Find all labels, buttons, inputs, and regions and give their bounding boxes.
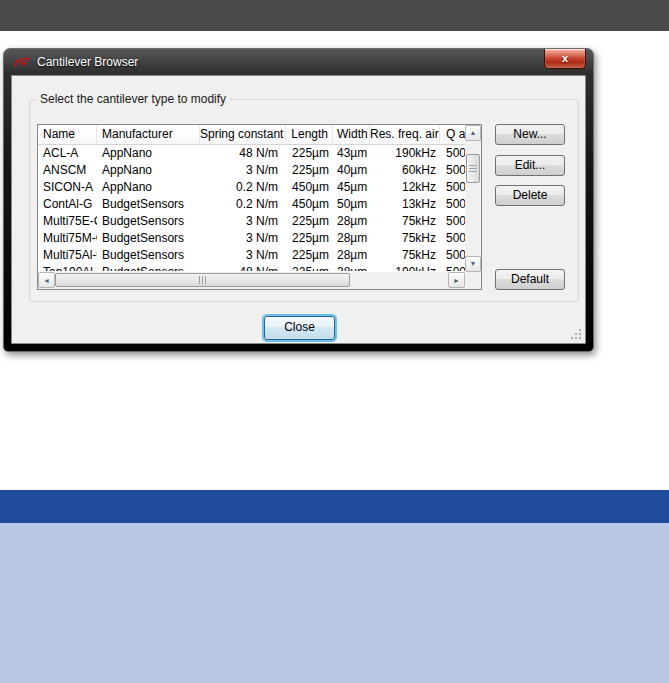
cell-q-air: 500 — [440, 247, 465, 264]
cell-length: 450µm — [286, 179, 333, 196]
cell-width: 45µm — [333, 179, 370, 196]
cell-manufacturer: AppNano — [97, 162, 200, 179]
cell-name: ANSCM — [38, 162, 97, 179]
horizontal-scrollbar[interactable]: ◄ ► — [38, 272, 465, 289]
column-header-name[interactable]: Name — [38, 125, 97, 145]
cell-q-air: 500 — [440, 196, 465, 213]
scroll-right-icon[interactable]: ► — [448, 272, 465, 288]
table-row[interactable]: Tap190Al-G BudgetSensors 48 N/m 225µm 38… — [38, 264, 465, 271]
cell-spring-constant: 3 N/m — [200, 230, 286, 247]
table-row[interactable]: Multi75Al-G BudgetSensors 3 N/m 225µm 28… — [38, 247, 465, 264]
cell-width: 38µm — [333, 264, 370, 271]
cell-length: 225µm — [286, 145, 333, 162]
cantilever-browser-dialog: Cantilever Browser x Select the cantilev… — [3, 48, 594, 352]
table-row[interactable]: Multi75E-G BudgetSensors 3 N/m 225µm 28µ… — [38, 213, 465, 230]
titlebar-close-button[interactable]: x — [544, 49, 586, 69]
scroll-left-icon[interactable]: ◄ — [38, 272, 55, 288]
scrollbar-corner — [465, 272, 481, 289]
thumb-gripper — [202, 276, 203, 284]
cell-name: Multi75Al-G — [38, 247, 97, 264]
table-row[interactable]: ACL-A AppNano 48 N/m 225µm 43µm 190kHz 5… — [38, 145, 465, 162]
cell-spring-constant: 3 N/m — [200, 213, 286, 230]
cell-q-air: 500 — [440, 179, 465, 196]
cell-name: Multi75M-G — [38, 230, 97, 247]
cell-manufacturer: BudgetSensors — [97, 264, 200, 271]
column-header-manufacturer[interactable]: Manufacturer — [97, 125, 200, 145]
cell-res-freq-air: 75kHz — [370, 247, 440, 264]
groupbox-label: Select the cantilever type to modify — [36, 92, 230, 106]
cell-q-air: 500 — [440, 213, 465, 230]
edit-button[interactable]: Edit... — [495, 155, 565, 176]
titlebar[interactable]: Cantilever Browser — [4, 49, 593, 75]
column-header-spring-constant[interactable]: Spring constant — [200, 125, 286, 145]
thumb-gripper — [469, 168, 477, 169]
cell-width: 28µm — [333, 247, 370, 264]
dialog-client-area: Select the cantilever type to modify Nam… — [11, 75, 586, 344]
vertical-scrollbar-thumb[interactable] — [466, 154, 480, 183]
table-row[interactable]: Multi75M-G BudgetSensors 3 N/m 225µm 28µ… — [38, 230, 465, 247]
close-button[interactable]: Close — [264, 316, 335, 340]
column-header-width[interactable]: Width — [333, 125, 370, 145]
cell-manufacturer: BudgetSensors — [97, 247, 200, 264]
scroll-up-icon[interactable]: ▲ — [465, 125, 481, 141]
cell-length: 225µm — [286, 247, 333, 264]
cell-spring-constant: 3 N/m — [200, 162, 286, 179]
new-button[interactable]: New... — [495, 124, 565, 145]
horizontal-scrollbar-thumb[interactable] — [55, 273, 350, 287]
cell-q-air: 500 — [440, 230, 465, 247]
cell-q-air: 500 — [440, 162, 465, 179]
cell-spring-constant: 3 N/m — [200, 247, 286, 264]
cell-name: ContAl-G — [38, 196, 97, 213]
cell-res-freq-air: 190kHz — [370, 264, 440, 271]
cell-spring-constant: 48 N/m — [200, 264, 286, 271]
cell-width: 50µm — [333, 196, 370, 213]
cell-name: SICON-A — [38, 179, 97, 196]
cell-length: 225µm — [286, 162, 333, 179]
listview-header: Name Manufacturer Spring constant Length… — [38, 125, 465, 145]
cell-res-freq-air: 13kHz — [370, 196, 440, 213]
cell-res-freq-air: 75kHz — [370, 230, 440, 247]
cell-name: Tap190Al-G — [38, 264, 97, 271]
cell-spring-constant: 0.2 N/m — [200, 196, 286, 213]
delete-button[interactable]: Delete — [495, 185, 565, 206]
table-row[interactable]: SICON-A AppNano 0.2 N/m 450µm 45µm 12kHz… — [38, 179, 465, 196]
column-header-length[interactable]: Length — [286, 125, 333, 145]
cell-q-air: 500 — [440, 264, 465, 271]
vertical-scrollbar[interactable]: ▲ ▼ — [465, 125, 481, 272]
cell-length: 225µm — [286, 213, 333, 230]
cell-manufacturer: BudgetSensors — [97, 230, 200, 247]
cell-width: 28µm — [333, 230, 370, 247]
cell-spring-constant: 48 N/m — [200, 145, 286, 162]
scroll-down-icon[interactable]: ▼ — [465, 256, 481, 272]
cell-spring-constant: 0.2 N/m — [200, 179, 286, 196]
cell-manufacturer: BudgetSensors — [97, 196, 200, 213]
cell-res-freq-air: 60kHz — [370, 162, 440, 179]
cantilever-listview: Name Manufacturer Spring constant Length… — [37, 124, 482, 290]
column-header-q-air[interactable]: Q a — [440, 125, 465, 145]
cell-length: 225µm — [286, 264, 333, 271]
cell-width: 28µm — [333, 213, 370, 230]
top-dark-bar — [0, 0, 669, 31]
table-row[interactable]: ANSCM AppNano 3 N/m 225µm 40µm 60kHz 500 — [38, 162, 465, 179]
cell-length: 450µm — [286, 196, 333, 213]
cell-manufacturer: BudgetSensors — [97, 213, 200, 230]
cell-width: 40µm — [333, 162, 370, 179]
cell-res-freq-air: 75kHz — [370, 213, 440, 230]
cell-name: Multi75E-G — [38, 213, 97, 230]
cell-length: 225µm — [286, 230, 333, 247]
blue-divider-bar — [0, 490, 669, 523]
cell-res-freq-air: 190kHz — [370, 145, 440, 162]
column-header-res-freq-air[interactable]: Res. freq. air — [370, 125, 440, 145]
default-button[interactable]: Default — [495, 269, 565, 290]
cell-q-air: 500 — [440, 145, 465, 162]
table-row[interactable]: ContAl-G BudgetSensors 0.2 N/m 450µm 50µ… — [38, 196, 465, 213]
window-title: Cantilever Browser — [37, 55, 138, 69]
cell-res-freq-air: 12kHz — [370, 179, 440, 196]
cell-manufacturer: AppNano — [97, 179, 200, 196]
app-logo-icon — [14, 56, 31, 69]
cantilever-table-body: ACL-A AppNano 48 N/m 225µm 43µm 190kHz 5… — [38, 145, 465, 271]
light-blue-panel — [0, 523, 669, 683]
cell-manufacturer: AppNano — [97, 145, 200, 162]
cell-name: ACL-A — [38, 145, 97, 162]
resize-grip-icon[interactable] — [571, 329, 582, 340]
